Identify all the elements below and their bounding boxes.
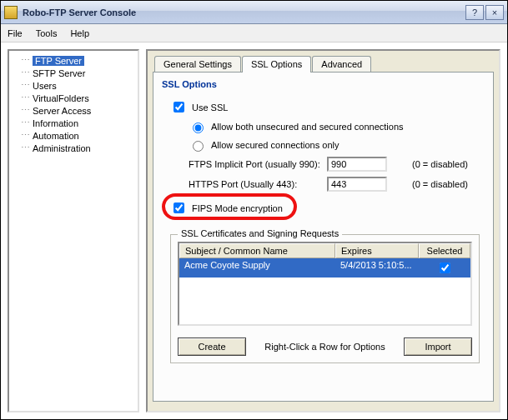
radio-secured-only[interactable] — [193, 141, 204, 152]
tree-item-ftp-server[interactable]: ⋯FTP Server — [11, 54, 136, 67]
radio-secured-row: Allow secured connections only — [170, 138, 485, 152]
col-subject[interactable]: Subject / Common Name — [179, 243, 335, 258]
cert-group-title: SSL Certificates and Signing Requests — [178, 228, 342, 238]
ftps-port-input[interactable] — [327, 157, 387, 172]
tree-item-information[interactable]: ⋯Information — [11, 117, 136, 129]
col-expires[interactable]: Expires — [335, 243, 419, 258]
cell-subject: Acme Coyote Supply — [179, 258, 335, 278]
section-title: SSL Options — [162, 79, 485, 89]
cert-grid[interactable]: Subject / Common Name Expires Selected A… — [178, 242, 472, 326]
titlebar: Robo-FTP Server Console ? × — [1, 1, 507, 24]
table-row[interactable]: Acme Coyote Supply 5/4/2013 5:10:5... — [179, 258, 470, 278]
ftps-disabled-hint: (0 = disabled) — [412, 159, 468, 169]
close-button[interactable]: × — [485, 5, 504, 20]
radio-secured-only-label: Allow secured connections only — [211, 140, 339, 150]
radio-both-row: Allow both unsecured and secured connect… — [170, 120, 485, 133]
fips-label: FIPS Mode encryption — [192, 203, 283, 213]
window-title: Robo-FTP Server Console — [23, 8, 465, 18]
tree-item-users[interactable]: ⋯Users — [11, 79, 136, 92]
fips-row: FIPS Mode encryption — [170, 200, 485, 216]
ftps-port-label: FTPS Implicit Port (usually 990): — [189, 159, 322, 169]
https-port-input[interactable] — [327, 177, 387, 192]
cert-group: SSL Certificates and Signing Requests Su… — [170, 234, 480, 363]
grid-hint: Right-Click a Row for Options — [246, 342, 404, 352]
https-disabled-hint: (0 = disabled) — [412, 179, 468, 189]
menu-tools[interactable]: Tools — [36, 28, 58, 38]
cert-selected-checkbox[interactable] — [440, 262, 450, 273]
tab-body: SSL Options Use SSL Allow both unsecured… — [153, 72, 494, 402]
fips-checkbox[interactable] — [174, 202, 184, 213]
content-panel: General Settings SSL Options Advanced SS… — [146, 49, 500, 412]
tabstrip: General Settings SSL Options Advanced — [154, 56, 494, 72]
tree-item-virtual-folders[interactable]: ⋯VirtualFolders — [11, 92, 136, 104]
radio-allow-both-label: Allow both unsecured and secured connect… — [211, 122, 404, 132]
tree-item-server-access[interactable]: ⋯Server Access — [11, 104, 136, 117]
cell-selected — [419, 258, 470, 278]
col-selected[interactable]: Selected — [419, 243, 470, 258]
tab-ssl-options[interactable]: SSL Options — [242, 56, 311, 72]
import-button[interactable]: Import — [404, 338, 472, 356]
menu-help[interactable]: Help — [70, 28, 89, 38]
nav-tree: ⋯FTP Server ⋯SFTP Server ⋯Users ⋯Virtual… — [8, 49, 139, 412]
tree-item-sftp-server[interactable]: ⋯SFTP Server — [11, 67, 136, 79]
use-ssl-row: Use SSL — [170, 99, 485, 115]
app-icon — [4, 6, 18, 19]
menu-file[interactable]: File — [8, 28, 23, 38]
help-button[interactable]: ? — [465, 5, 484, 20]
tab-advanced[interactable]: Advanced — [312, 56, 371, 72]
tree-item-administration[interactable]: ⋯Administration — [11, 142, 136, 154]
use-ssl-label: Use SSL — [192, 102, 228, 112]
cell-expires: 5/4/2013 5:10:5... — [335, 258, 419, 278]
radio-allow-both[interactable] — [193, 122, 204, 133]
tree-item-automation[interactable]: ⋯Automation — [11, 129, 136, 142]
use-ssl-checkbox[interactable] — [174, 102, 184, 112]
create-button[interactable]: Create — [178, 338, 246, 356]
menubar: File Tools Help — [1, 24, 507, 42]
cert-grid-header: Subject / Common Name Expires Selected — [179, 243, 470, 258]
https-port-label: HTTPS Port (Usually 443): — [189, 179, 322, 189]
grid-empty-area — [179, 278, 470, 324]
tab-general-settings[interactable]: General Settings — [154, 56, 241, 72]
